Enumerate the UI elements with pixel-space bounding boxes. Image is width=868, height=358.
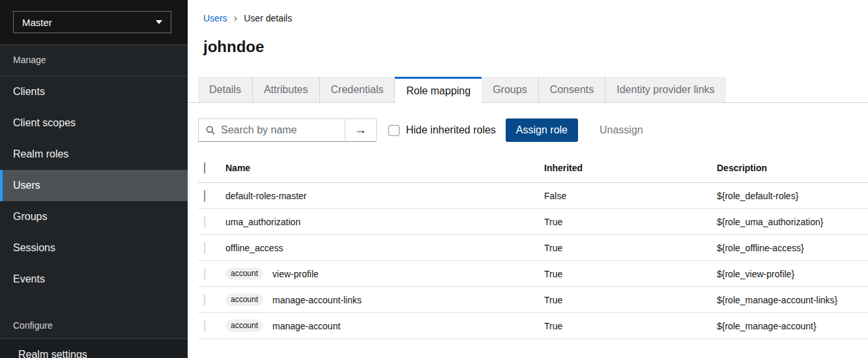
table-row: offline_access True ${role_offline-acces… bbox=[198, 235, 868, 261]
sidebar-item-label: Realm settings bbox=[18, 349, 87, 358]
role-inherited: True bbox=[544, 235, 717, 261]
sidebar-item-events[interactable]: Events bbox=[0, 264, 188, 295]
column-header-description: Description bbox=[717, 152, 868, 183]
hide-inherited-label: Hide inherited roles bbox=[406, 124, 496, 136]
column-header-inherited: Inherited bbox=[544, 152, 717, 183]
breadcrumb: Users › User details bbox=[188, 0, 868, 23]
table-row: uma_authorization True ${role_uma_author… bbox=[198, 209, 868, 235]
table-row: accountmanage-account True ${role_manage… bbox=[198, 313, 868, 339]
tab-label: Credentials bbox=[331, 84, 384, 96]
tab-identity-provider-links[interactable]: Identity provider links bbox=[605, 77, 725, 102]
tab-credentials[interactable]: Credentials bbox=[320, 77, 396, 102]
role-description: ${role_view-profile} bbox=[717, 261, 868, 287]
search-icon bbox=[206, 126, 215, 135]
column-header-name: Name bbox=[225, 152, 544, 183]
table-header-row: Name Inherited Description bbox=[198, 152, 868, 183]
role-description: ${role_default-roles} bbox=[717, 183, 868, 209]
table-row: default-roles-master False ${role_defaul… bbox=[198, 183, 868, 209]
tab-attributes[interactable]: Attributes bbox=[253, 77, 320, 102]
sidebar-item-label: Users bbox=[13, 180, 40, 191]
sidebar-item-clients[interactable]: Clients bbox=[0, 76, 188, 107]
sidebar-item-realm-settings[interactable]: Realm settings bbox=[0, 339, 188, 358]
role-name: default-roles-master bbox=[225, 191, 307, 201]
sidebar-item-groups[interactable]: Groups bbox=[0, 201, 188, 232]
role-name: view-profile bbox=[272, 269, 319, 279]
main-content: Users › User details johndoe Details Att… bbox=[188, 0, 868, 358]
realm-selector[interactable]: Master bbox=[13, 11, 171, 33]
sidebar-item-label: Sessions bbox=[13, 242, 55, 254]
search-group: → bbox=[198, 118, 377, 142]
role-mapping-table: Name Inherited Description default-roles… bbox=[198, 152, 868, 339]
breadcrumb-link-users[interactable]: Users bbox=[203, 13, 227, 23]
table-row: accountview-profile True ${role_view-pro… bbox=[198, 261, 868, 287]
select-all-checkbox[interactable] bbox=[204, 162, 205, 174]
role-inherited: False bbox=[544, 183, 717, 209]
role-inherited: True bbox=[544, 209, 717, 235]
page-title: johndoe bbox=[188, 23, 868, 56]
role-name: uma_authorization bbox=[225, 217, 300, 227]
sidebar-item-label: Realm roles bbox=[13, 148, 68, 160]
role-inherited: True bbox=[544, 261, 717, 287]
role-name: manage-account-links bbox=[272, 295, 362, 305]
client-badge: account bbox=[225, 320, 263, 332]
chevron-right-icon: › bbox=[234, 14, 238, 23]
sidebar-item-label: Clients bbox=[13, 86, 45, 98]
row-checkbox bbox=[204, 294, 205, 306]
nav-section-configure: Configure bbox=[0, 312, 188, 338]
sidebar-item-users[interactable]: Users bbox=[0, 170, 188, 201]
tab-bar: Details Attributes Credentials Role mapp… bbox=[188, 77, 868, 103]
realm-band: Master bbox=[0, 0, 188, 45]
sidebar-item-realm-roles[interactable]: Realm roles bbox=[0, 139, 188, 170]
app-window: Master Manage Clients Client scopes Real… bbox=[0, 0, 868, 358]
toolbar: → Hide inherited roles Assign role Unass… bbox=[188, 103, 868, 152]
sidebar-item-label: Client scopes bbox=[13, 117, 76, 129]
row-checkbox bbox=[204, 216, 205, 228]
row-checkbox bbox=[204, 320, 205, 332]
tab-label: Attributes bbox=[264, 84, 308, 96]
realm-selector-value: Master bbox=[22, 17, 52, 28]
role-description: ${role_offline-access} bbox=[717, 235, 868, 261]
role-name: manage-account bbox=[272, 321, 340, 331]
tab-groups[interactable]: Groups bbox=[482, 77, 538, 102]
search-box bbox=[198, 118, 345, 142]
sidebar-spacer bbox=[0, 295, 188, 312]
role-description: ${role_uma_authorization} bbox=[717, 209, 868, 235]
row-checkbox[interactable] bbox=[204, 190, 205, 202]
role-description: ${role_manage-account-links} bbox=[717, 287, 868, 313]
role-inherited: True bbox=[544, 287, 717, 313]
tab-role-mapping[interactable]: Role mapping bbox=[395, 77, 482, 103]
tab-label: Groups bbox=[493, 84, 527, 96]
sidebar-item-sessions[interactable]: Sessions bbox=[0, 232, 188, 264]
hide-inherited-group: Hide inherited roles bbox=[388, 124, 496, 136]
unassign-button[interactable]: Unassign bbox=[589, 124, 654, 136]
hide-inherited-checkbox[interactable] bbox=[388, 125, 399, 136]
tab-consents[interactable]: Consents bbox=[539, 77, 606, 102]
nav-section-manage: Manage bbox=[0, 45, 188, 76]
sidebar-item-label: Groups bbox=[13, 211, 47, 223]
tab-label: Details bbox=[209, 84, 241, 96]
role-inherited: True bbox=[544, 313, 717, 339]
arrow-right-icon: → bbox=[354, 123, 367, 137]
sidebar-item-label: Events bbox=[13, 273, 45, 285]
role-description: ${role_manage-account} bbox=[717, 313, 868, 339]
sidebar-item-client-scopes[interactable]: Client scopes bbox=[0, 107, 188, 139]
table-row: accountmanage-account-links True ${role_… bbox=[198, 287, 868, 313]
breadcrumb-current: User details bbox=[244, 13, 292, 23]
assign-role-button[interactable]: Assign role bbox=[506, 118, 578, 142]
client-badge: account bbox=[225, 268, 263, 280]
tab-label: Identity provider links bbox=[616, 84, 714, 96]
search-submit-button[interactable]: → bbox=[345, 118, 377, 142]
row-checkbox bbox=[204, 268, 205, 280]
tab-label: Role mapping bbox=[406, 85, 470, 97]
sidebar: Master Manage Clients Client scopes Real… bbox=[0, 0, 188, 358]
search-input[interactable] bbox=[221, 124, 340, 136]
client-badge: account bbox=[225, 294, 263, 306]
row-checkbox bbox=[204, 242, 205, 254]
role-name: offline_access bbox=[225, 243, 283, 253]
caret-down-icon bbox=[156, 20, 162, 24]
tab-label: Consents bbox=[550, 84, 594, 96]
tab-details[interactable]: Details bbox=[198, 77, 253, 102]
